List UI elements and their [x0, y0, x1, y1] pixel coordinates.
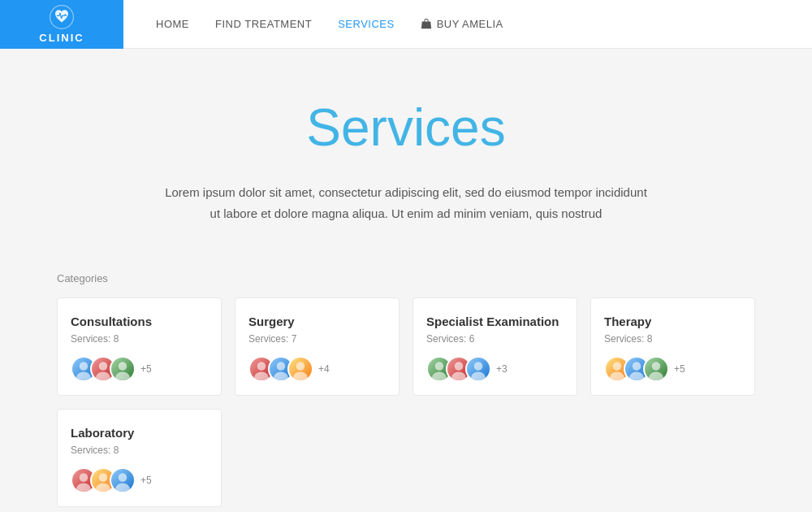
svg-point-27 [99, 473, 108, 482]
category-services-count: Services: 8 [71, 333, 208, 345]
avatar [287, 356, 313, 382]
svg-point-9 [277, 362, 286, 371]
main-nav: HOME FIND TREATMENT SERVICES BUY AMELIA [123, 18, 503, 30]
avatar-row: +5 [71, 467, 208, 493]
nav-find-treatment[interactable]: FIND TREATMENT [215, 18, 312, 30]
logo-icon [49, 4, 75, 30]
site-header: CLINIC HOME FIND TREATMENT SERVICES BUY … [0, 0, 812, 49]
avatar [643, 356, 669, 382]
avatar [110, 356, 136, 382]
avatar-row: +5 [604, 356, 741, 382]
svg-point-20 [610, 372, 624, 381]
main-content: Services Lorem ipsum dolor sit amet, con… [41, 49, 771, 512]
svg-point-13 [435, 362, 444, 371]
category-services-count: Services: 7 [248, 333, 386, 345]
svg-point-8 [254, 372, 269, 381]
page-title: Services [57, 98, 755, 158]
svg-point-24 [649, 372, 663, 381]
category-services-count: Services: 8 [604, 333, 741, 345]
logo[interactable]: CLINIC [0, 0, 123, 49]
category-card-consultations[interactable]: Consultations Services: 8 +5 [57, 297, 222, 396]
svg-point-15 [455, 362, 464, 371]
svg-point-12 [293, 372, 308, 381]
bag-icon [421, 19, 432, 30]
svg-point-1 [80, 362, 89, 371]
nav-home[interactable]: HOME [156, 18, 189, 30]
svg-point-30 [115, 484, 130, 492]
svg-point-28 [96, 484, 110, 492]
svg-point-3 [99, 362, 108, 371]
avatar-row: +4 [248, 356, 386, 382]
categories-grid-row1: Consultations Services: 8 +5 Surgery Ser… [57, 297, 755, 396]
category-name: Surgery [248, 315, 386, 328]
category-card-surgery[interactable]: Surgery Services: 7 +4 [235, 297, 400, 396]
category-card-therapy[interactable]: Therapy Services: 8 +5 [590, 297, 755, 396]
svg-point-14 [432, 372, 447, 381]
svg-point-11 [296, 362, 305, 371]
category-card-specialist[interactable]: Specialist Examination Services: 6 +3 [412, 297, 577, 396]
svg-point-21 [633, 362, 641, 371]
category-name: Laboratory [71, 426, 208, 440]
svg-point-25 [80, 473, 89, 482]
svg-point-23 [652, 362, 661, 371]
svg-point-19 [613, 362, 622, 371]
category-name: Consultations [71, 315, 208, 328]
svg-point-2 [76, 372, 91, 381]
svg-point-7 [257, 362, 266, 371]
category-services-count: Services: 8 [71, 445, 208, 456]
svg-point-5 [119, 362, 127, 371]
avatar [110, 467, 136, 493]
svg-point-26 [76, 484, 91, 492]
nav-services[interactable]: SERVICES [338, 18, 395, 30]
categories-grid-row2: Laboratory Services: 8 +5 [57, 409, 755, 507]
svg-point-17 [474, 362, 483, 371]
nav-buy-amelia[interactable]: BUY AMELIA [421, 18, 503, 30]
avatar [465, 356, 491, 382]
category-name: Specialist Examination [426, 315, 564, 328]
svg-point-6 [115, 372, 130, 381]
avatar-extra-count: +5 [674, 363, 685, 375]
avatar-extra-count: +3 [496, 363, 508, 375]
svg-point-16 [451, 372, 466, 381]
svg-point-4 [96, 372, 110, 381]
category-name: Therapy [604, 315, 741, 328]
logo-text: CLINIC [39, 32, 84, 44]
svg-point-18 [471, 372, 486, 381]
category-card-laboratory[interactable]: Laboratory Services: 8 +5 [57, 409, 222, 507]
avatar-extra-count: +4 [318, 363, 330, 375]
avatar-extra-count: +5 [140, 363, 152, 375]
page-description: Lorem ipsum dolor sit amet, consectetur … [162, 182, 650, 223]
svg-point-22 [629, 372, 644, 381]
category-services-count: Services: 6 [426, 333, 564, 345]
avatar-extra-count: +5 [140, 475, 152, 486]
avatar-row: +3 [426, 356, 564, 382]
categories-label: Categories [57, 272, 755, 284]
avatar-row: +5 [71, 356, 208, 382]
svg-point-29 [119, 473, 127, 482]
svg-point-10 [274, 372, 288, 381]
